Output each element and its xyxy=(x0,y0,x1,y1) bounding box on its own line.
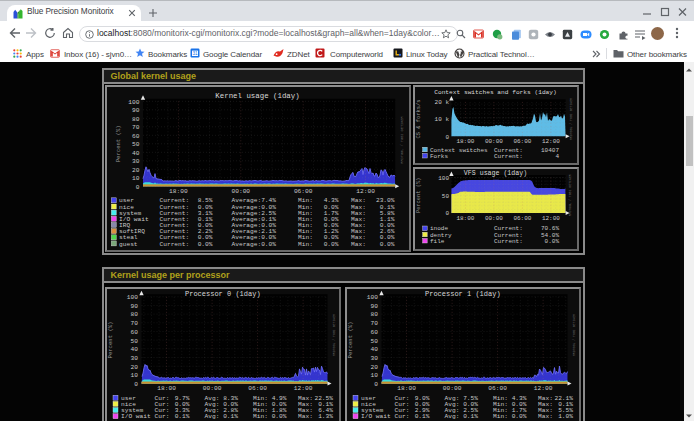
svg-text:20: 20 xyxy=(131,364,139,371)
svg-text:00:00: 00:00 xyxy=(485,215,503,222)
svg-text:31: 31 xyxy=(192,51,198,56)
svg-text:50: 50 xyxy=(442,193,450,200)
svg-text:12:00: 12:00 xyxy=(542,215,560,222)
svg-text:100: 100 xyxy=(367,294,378,301)
svg-text:0.0%: 0.0% xyxy=(512,413,527,420)
svg-text:Processor 0 (1day): Processor 0 (1day) xyxy=(185,290,261,298)
svg-text:10: 10 xyxy=(131,372,139,379)
svg-text:Percent (%): Percent (%) xyxy=(417,178,423,214)
svg-text:100: 100 xyxy=(128,99,139,106)
svg-text:0.0%: 0.0% xyxy=(324,241,339,248)
svg-text:I/O wait: I/O wait xyxy=(361,413,391,420)
svg-text:0: 0 xyxy=(136,184,140,191)
svg-text:Kernel usage (1day): Kernel usage (1day) xyxy=(215,92,299,100)
svg-text:Percent (%): Percent (%) xyxy=(347,322,354,359)
svg-text:50: 50 xyxy=(132,141,140,148)
svg-text:guest: guest xyxy=(119,241,138,248)
svg-text:50: 50 xyxy=(371,338,379,345)
svg-text:RRDTOOL / TOBI OETIKER: RRDTOOL / TOBI OETIKER xyxy=(400,115,404,163)
svg-text:I/O wait: I/O wait xyxy=(121,413,151,420)
svg-text:10: 10 xyxy=(371,372,379,379)
svg-text:60: 60 xyxy=(371,329,379,336)
svg-text:30: 30 xyxy=(131,355,139,362)
svg-text:06:00: 06:00 xyxy=(513,138,531,145)
svg-text:0: 0 xyxy=(445,210,449,217)
svg-text:40: 40 xyxy=(371,346,379,353)
svg-text:Current:: Current: xyxy=(494,153,523,160)
svg-text:90: 90 xyxy=(131,303,139,310)
svg-text:file: file xyxy=(430,238,445,245)
svg-text:Percent (%): Percent (%) xyxy=(116,125,123,162)
svg-text:0.1%: 0.1% xyxy=(415,413,430,420)
svg-text:70: 70 xyxy=(132,124,140,131)
svg-text:Current:: Current: xyxy=(494,238,523,245)
svg-text:60: 60 xyxy=(132,133,140,140)
svg-text:Min:: Min: xyxy=(253,413,268,420)
svg-text:30: 30 xyxy=(371,355,379,362)
svg-text:Avg:: Avg: xyxy=(445,413,460,420)
svg-text:0.1%: 0.1% xyxy=(223,413,238,420)
svg-text:RRDTOOL / TOBI OETIKER: RRDTOOL / TOBI OETIKER xyxy=(332,314,336,356)
svg-text:40: 40 xyxy=(131,346,139,353)
svg-text:06:00: 06:00 xyxy=(248,385,267,392)
svg-text:Cur:: Cur: xyxy=(395,413,410,420)
svg-text:Forks: Forks xyxy=(430,153,448,160)
svg-text:0.1%: 0.1% xyxy=(463,413,478,420)
svg-text:Average:: Average: xyxy=(232,241,262,248)
svg-text:50: 50 xyxy=(131,338,139,345)
svg-text:00:00: 00:00 xyxy=(232,188,251,195)
svg-text:10: 10 xyxy=(132,175,140,182)
svg-text:10 k: 10 k xyxy=(435,116,450,123)
svg-text:0: 0 xyxy=(134,381,138,388)
svg-text:90: 90 xyxy=(371,303,379,310)
svg-text:RRDTOOL / TOBI OETIKER: RRDTOOL / TOBI OETIKER xyxy=(569,174,573,216)
svg-text:0: 0 xyxy=(445,134,449,141)
svg-text:70: 70 xyxy=(371,320,379,327)
svg-text:18:00: 18:00 xyxy=(169,188,188,195)
svg-text:RRDTOOL / TOBI OETIKER: RRDTOOL / TOBI OETIKER xyxy=(572,314,576,356)
svg-text:1.3%: 1.3% xyxy=(318,413,333,420)
svg-text:18:00: 18:00 xyxy=(456,138,474,145)
svg-text:18:00: 18:00 xyxy=(397,385,416,392)
svg-text:18:00: 18:00 xyxy=(456,215,474,222)
svg-text:90: 90 xyxy=(132,107,140,114)
svg-text:CS & forks/s: CS & forks/s xyxy=(416,100,422,139)
svg-text:20: 20 xyxy=(132,167,140,174)
svg-text:06:00: 06:00 xyxy=(488,385,507,392)
svg-text:0.0%: 0.0% xyxy=(545,238,560,245)
svg-text:0.0%: 0.0% xyxy=(272,413,287,420)
svg-text:Max:: Max: xyxy=(538,413,553,420)
svg-text:Percent (%): Percent (%) xyxy=(107,322,114,359)
svg-text:60: 60 xyxy=(131,329,139,336)
svg-text:80: 80 xyxy=(132,116,140,123)
svg-text:80: 80 xyxy=(131,311,139,318)
svg-text:0.1%: 0.1% xyxy=(175,413,190,420)
svg-text:Processor 1 (1day): Processor 1 (1day) xyxy=(425,290,501,298)
svg-text:06:00: 06:00 xyxy=(294,188,313,195)
svg-text:18:00: 18:00 xyxy=(157,385,176,392)
svg-text:40: 40 xyxy=(132,150,140,157)
svg-text:RRDTOOL / TOBI OETIKER: RRDTOOL / TOBI OETIKER xyxy=(569,98,573,140)
svg-text:1.0%: 1.0% xyxy=(558,413,573,420)
svg-text:30: 30 xyxy=(132,158,140,165)
svg-text:Context switches and forks (1: Context switches and forks (1day) xyxy=(434,89,557,96)
svg-text:Min:: Min: xyxy=(298,241,313,248)
svg-text:Avg:: Avg: xyxy=(205,413,220,420)
svg-text:Current:: Current: xyxy=(160,241,190,248)
svg-text:Cur:: Cur: xyxy=(155,413,170,420)
svg-text:4: 4 xyxy=(555,153,559,160)
svg-text:70: 70 xyxy=(131,320,139,327)
svg-text:06:00: 06:00 xyxy=(513,215,531,222)
svg-text:00:00: 00:00 xyxy=(443,385,462,392)
svg-text:100: 100 xyxy=(438,175,449,182)
svg-text:0.0%: 0.0% xyxy=(261,241,276,248)
svg-text:Max:: Max: xyxy=(298,413,313,420)
svg-text:00:00: 00:00 xyxy=(203,385,222,392)
svg-text:0.0%: 0.0% xyxy=(380,241,395,248)
svg-text:00:00: 00:00 xyxy=(485,138,503,145)
svg-text:12:00: 12:00 xyxy=(534,385,553,392)
svg-text:100: 100 xyxy=(127,294,138,301)
svg-text:12:00: 12:00 xyxy=(294,385,313,392)
svg-text:0.0%: 0.0% xyxy=(198,241,213,248)
svg-text:0: 0 xyxy=(374,381,378,388)
